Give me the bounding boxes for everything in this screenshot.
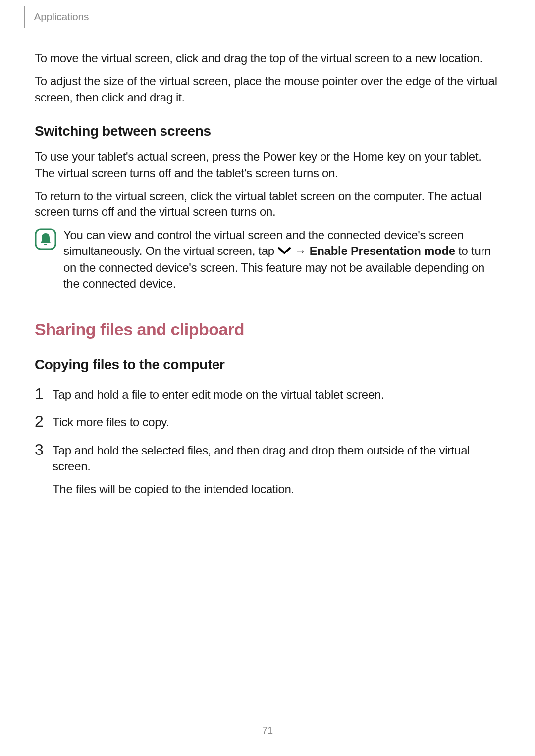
note-text: You can view and control the virtual scr… — [63, 227, 500, 292]
paragraph: To adjust the size of the virtual screen… — [35, 73, 500, 105]
heading-sharing: Sharing files and clipboard — [35, 320, 500, 339]
header-section-label: Applications — [34, 11, 89, 23]
step-text: Tap and hold a file to enter edit mode o… — [53, 387, 384, 403]
paragraph: To use your tablet's actual screen, pres… — [35, 149, 500, 181]
step-number: 3 — [35, 442, 53, 457]
step-number: 1 — [35, 386, 53, 402]
page-header: Applications — [24, 6, 89, 28]
paragraph: To return to the virtual screen, click t… — [35, 188, 500, 220]
paragraph: To move the virtual screen, click and dr… — [35, 50, 500, 66]
step-followup: The files will be copied to the intended… — [53, 481, 500, 497]
note-block: You can view and control the virtual scr… — [35, 227, 500, 292]
heading-copying: Copying files to the computer — [35, 357, 500, 373]
page-number: 71 — [0, 725, 535, 736]
steps-list: 1 Tap and hold a file to enter edit mode… — [35, 387, 500, 498]
step-text: Tap and hold the selected files, and the… — [53, 443, 500, 475]
arrow-text: → — [291, 244, 309, 257]
step-item: 3 Tap and hold the selected files, and t… — [35, 443, 500, 498]
note-bell-icon — [35, 228, 56, 252]
step-item: 2 Tick more files to copy. — [35, 414, 500, 430]
page-content: To move the virtual screen, click and dr… — [35, 50, 500, 509]
svg-rect-1 — [44, 244, 47, 245]
step-item: 1 Tap and hold a file to enter edit mode… — [35, 387, 500, 403]
chevron-down-icon — [277, 243, 291, 259]
header-divider — [24, 6, 25, 28]
heading-switching: Switching between screens — [35, 123, 500, 139]
step-text: Tick more files to copy. — [53, 414, 169, 430]
step-number: 2 — [35, 413, 53, 429]
note-bold: Enable Presentation mode — [310, 244, 455, 257]
